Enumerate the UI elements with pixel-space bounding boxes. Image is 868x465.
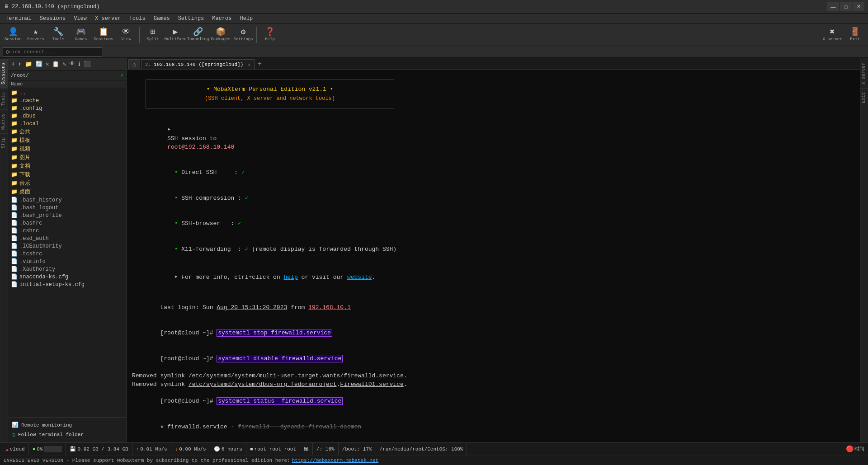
menu-tools[interactable]: Tools xyxy=(126,14,149,23)
user-value: root root root xyxy=(255,446,296,452)
list-item[interactable]: 📄 .bash_profile xyxy=(8,211,126,219)
ft-hidden-icon[interactable]: 👁 xyxy=(68,60,76,68)
ft-refresh-icon[interactable]: 🔄 xyxy=(34,60,44,69)
unreg-link[interactable]: https://mobaxterm.mobatek.net xyxy=(292,458,378,463)
minimize-button[interactable]: — xyxy=(827,2,839,11)
ft-select-icon[interactable]: ⬛ xyxy=(82,60,92,69)
list-item[interactable]: 📁 模板 xyxy=(8,136,126,145)
session-icon: 👤 xyxy=(8,28,18,36)
games-button[interactable]: 🎮 Games xyxy=(71,25,91,45)
website-link[interactable]: website xyxy=(347,274,372,281)
ft-delete-icon[interactable]: ✕ xyxy=(44,60,51,69)
upload-icon: ↑ xyxy=(136,446,139,452)
list-item[interactable]: 📁 音乐 xyxy=(8,179,126,188)
list-item[interactable]: 📁 .local xyxy=(8,120,126,127)
vtab-macros[interactable]: Macros xyxy=(0,109,8,133)
tab-bar: ⌂ 2. 192.168.10.140 ([springcloud]) ✕ + xyxy=(127,58,860,70)
menu-help[interactable]: Help xyxy=(236,14,257,23)
exit-vtab[interactable]: Exit xyxy=(860,88,868,107)
list-item[interactable]: 📄 .viminfo xyxy=(8,258,126,265)
list-item[interactable]: 📁 .. xyxy=(8,89,126,97)
list-item[interactable]: 📄 initial-setup-ks.cfg xyxy=(8,281,126,288)
tools-button[interactable]: 🔧 Tools xyxy=(48,25,69,45)
menu-xserver[interactable]: X server xyxy=(91,14,125,23)
ft-download-icon[interactable]: ⬇ xyxy=(10,60,16,69)
ft-rename-icon[interactable]: ✎ xyxy=(61,60,67,69)
list-item[interactable]: 📁 图片 xyxy=(8,153,126,162)
help-link[interactable]: help xyxy=(283,274,297,281)
file-name: 音乐 xyxy=(19,179,30,187)
vtab-tools[interactable]: Tools xyxy=(0,88,8,109)
ft-upload-icon[interactable]: ⬆ xyxy=(17,60,23,69)
ft-copy-icon[interactable]: 📋 xyxy=(51,60,61,69)
menu-settings[interactable]: Settings xyxy=(175,14,208,23)
exit-button[interactable]: 🚪 Exit xyxy=(844,25,865,45)
servers-button[interactable]: ★ Servers xyxy=(25,25,46,45)
ssh-browser-line: • SSH-browser : ✓ xyxy=(132,211,854,237)
folder-icon: 📁 xyxy=(11,163,18,169)
list-item[interactable]: 📄 anaconda-ks.cfg xyxy=(8,273,126,281)
list-item[interactable]: 📁 .dbus xyxy=(8,112,126,120)
settings-button[interactable]: ⚙ Settings xyxy=(233,25,254,45)
terminal-area[interactable]: • MobaXterm Personal Edition v21.1 • (SS… xyxy=(127,70,860,442)
list-item[interactable]: 📁 文档 xyxy=(8,162,126,170)
quickconnect-input[interactable] xyxy=(3,47,102,56)
session-button[interactable]: 👤 Session xyxy=(3,25,24,45)
xserver-vtab[interactable]: X server xyxy=(860,59,868,88)
split-button[interactable]: ⊞ Split xyxy=(142,25,163,45)
help-button[interactable]: ❓ Help xyxy=(259,25,280,45)
ssh-x11-line: • X11-forwarding : ✓ (remote display is … xyxy=(132,237,854,263)
upload-status: ↑ 0.01 Mb/s xyxy=(132,443,171,455)
packages-button[interactable]: 📦 Packages xyxy=(210,25,231,45)
menu-games[interactable]: Games xyxy=(150,14,174,23)
list-item[interactable]: 📄 .Xauthority xyxy=(8,265,126,273)
list-item[interactable]: 📄 .bashrc xyxy=(8,219,126,227)
multiexec-button[interactable]: ▶ MultiExec xyxy=(165,25,186,45)
menu-sessions[interactable]: Sessions xyxy=(36,14,70,23)
active-tab[interactable]: 2. 192.168.10.140 ([springcloud]) ✕ xyxy=(141,59,255,69)
view-button[interactable]: 👁 View xyxy=(116,25,137,45)
list-item[interactable]: 📁 公共 xyxy=(8,127,126,136)
list-item[interactable]: 📄 .tcshrc xyxy=(8,250,126,258)
list-item[interactable]: 📄 .bash_logout xyxy=(8,204,126,211)
home-tab[interactable]: ⌂ xyxy=(128,59,140,69)
list-item[interactable]: 📁 下载 xyxy=(8,170,126,179)
list-item[interactable]: 📄 .ICEauthority xyxy=(8,242,126,250)
tab-close-button[interactable]: ✕ xyxy=(248,62,250,67)
file-icon: 📄 xyxy=(11,227,18,234)
right-side-panel: X server Exit xyxy=(860,58,868,442)
welcome-title: • MobaXterm Personal Edition v21.1 • xyxy=(155,85,385,94)
list-item[interactable]: 📁 桌面 xyxy=(8,188,126,196)
close-button[interactable]: ✕ xyxy=(853,2,864,11)
file-tree[interactable]: 📁 .. 📁 .cache 📁 .config 📁 .dbus 📁 .local… xyxy=(8,88,126,417)
harddisk-icon-item: 🖫 xyxy=(300,443,313,455)
folder-icon: 📁 xyxy=(11,113,18,119)
menu-macros[interactable]: Macros xyxy=(208,14,235,23)
follow-terminal-checkbox[interactable]: ☑ xyxy=(12,431,15,438)
maximize-button[interactable]: □ xyxy=(840,2,852,11)
folder-icon: 📁 xyxy=(11,188,18,195)
toolbar-separator-1 xyxy=(139,27,140,43)
new-tab-button[interactable]: + xyxy=(255,59,264,69)
multiexec-label: MultiExec xyxy=(165,37,187,42)
xserver-right-button[interactable]: ✖ X server xyxy=(822,25,843,45)
menu-terminal[interactable]: Terminal xyxy=(2,14,35,23)
list-item[interactable]: 📄 .cshrc xyxy=(8,227,126,235)
ft-newfolder-icon[interactable]: 📁 xyxy=(24,60,33,69)
list-item[interactable]: 📄 .esd_auth xyxy=(8,235,126,242)
file-tree-header: Name xyxy=(8,80,126,88)
follow-terminal-item[interactable]: ☑ Follow terminal folder xyxy=(12,430,123,440)
vtab-sessions[interactable]: Sessions xyxy=(0,59,8,88)
list-item[interactable]: 📁 视频 xyxy=(8,145,126,153)
list-item[interactable]: 📁 .config xyxy=(8,104,126,112)
tunneling-button[interactable]: 🔗 Tunneling xyxy=(188,25,208,45)
vtab-sftp[interactable]: Sftp xyxy=(0,133,8,152)
file-name: .viminfo xyxy=(19,258,46,265)
remote-monitoring-item[interactable]: 📊 Remote monitoring xyxy=(12,420,123,430)
ft-info-icon[interactable]: ℹ xyxy=(77,60,82,69)
list-item[interactable]: 📁 .cache xyxy=(8,97,126,104)
sessions-button[interactable]: 📋 Sessions xyxy=(93,25,114,45)
list-item[interactable]: 📄 .bash_history xyxy=(8,196,126,204)
root-disk-status: /: 16% xyxy=(313,443,339,455)
menu-view[interactable]: View xyxy=(70,14,90,23)
